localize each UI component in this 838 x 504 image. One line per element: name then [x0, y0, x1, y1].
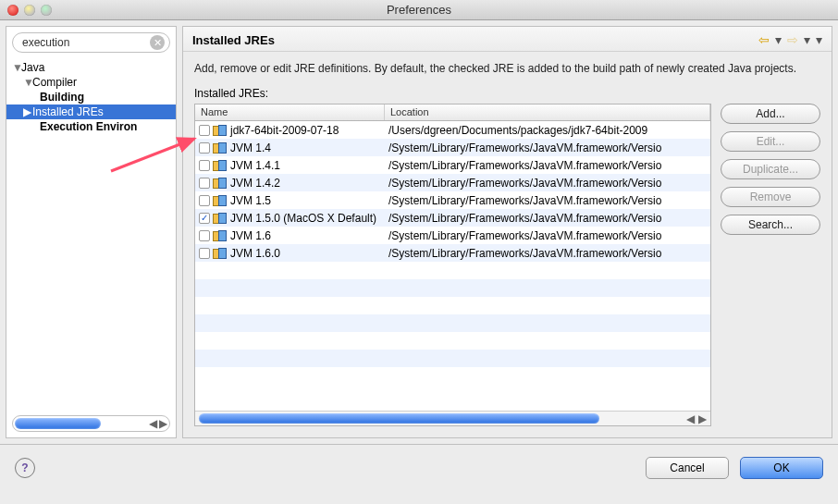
scrollbar-thumb[interactable] — [15, 418, 101, 429]
jre-icon — [213, 195, 228, 206]
jre-location: /System/Library/Frameworks/JavaVM.framew… — [385, 212, 710, 225]
table-row[interactable]: JVM 1.4/System/Library/Frameworks/JavaVM… — [195, 139, 710, 156]
jre-name: jdk7-64bit-2009-07-18 — [230, 124, 339, 137]
tree-label: Installed JREs — [32, 105, 104, 118]
table-row[interactable]: jdk7-64bit-2009-07-18/Users/dgreen/Docum… — [195, 121, 710, 139]
view-menu-icon[interactable]: ▾ — [816, 32, 822, 47]
table-row[interactable]: ✓JVM 1.5.0 (MacOS X Default)/System/Libr… — [195, 209, 710, 227]
tree-node-execution-environments[interactable]: Execution Environ — [6, 119, 176, 134]
remove-button[interactable]: Remove — [721, 187, 820, 207]
jre-icon — [213, 248, 228, 259]
nav-back-menu-icon[interactable]: ▾ — [775, 32, 782, 47]
edit-button[interactable]: Edit... — [721, 131, 820, 152]
tree-label: Java — [21, 61, 44, 74]
table-row[interactable]: JVM 1.6.0/System/Library/Frameworks/Java… — [195, 244, 710, 262]
jre-icon — [213, 160, 228, 171]
jre-location: /System/Library/Frameworks/JavaVM.framew… — [385, 229, 710, 242]
jre-checkbox[interactable] — [199, 160, 210, 171]
jre-name: JVM 1.4.2 — [230, 177, 280, 190]
preferences-sidebar: ✕ ▼Java ▼Compiler Building ▶Installed JR… — [6, 26, 177, 438]
table-row — [195, 332, 710, 350]
jre-checkbox[interactable] — [199, 248, 210, 259]
jre-name: JVM 1.5 — [230, 194, 271, 207]
scroll-left-icon[interactable]: ◀ — [149, 417, 157, 430]
jre-location: /Users/dgreen/Documents/packages/jdk7-64… — [385, 124, 710, 137]
tree-label: Building — [40, 91, 84, 104]
nav-back-icon[interactable]: ⇦ — [758, 32, 770, 47]
tree-node-compiler[interactable]: ▼Compiler — [6, 75, 176, 90]
table-row[interactable]: JVM 1.6/System/Library/Frameworks/JavaVM… — [195, 227, 710, 244]
scroll-left-icon[interactable]: ◀ — [686, 412, 695, 425]
jre-icon — [213, 230, 228, 241]
tree-label: Compiler — [32, 76, 77, 89]
jre-icon — [213, 178, 228, 189]
jre-checkbox[interactable] — [199, 230, 210, 241]
tree-node-installed-jres[interactable]: ▶Installed JREs — [6, 104, 176, 119]
page-description: Add, remove or edit JRE definitions. By … — [183, 52, 832, 87]
nav-forward-menu-icon[interactable]: ▾ — [804, 32, 810, 47]
jre-checkbox[interactable]: ✓ — [199, 213, 210, 224]
scrollbar-thumb[interactable] — [199, 413, 599, 424]
cancel-button[interactable]: Cancel — [646, 457, 729, 479]
help-icon[interactable]: ? — [15, 458, 35, 478]
add-button[interactable]: Add... — [721, 104, 820, 124]
table-row[interactable]: JVM 1.4.2/System/Library/Frameworks/Java… — [195, 174, 710, 191]
duplicate-button[interactable]: Duplicate... — [721, 159, 820, 179]
column-header-name[interactable]: Name — [195, 104, 385, 120]
jre-checkbox[interactable] — [199, 125, 210, 136]
table-row — [195, 262, 710, 279]
jre-name: JVM 1.6 — [230, 229, 271, 242]
jre-name: JVM 1.5.0 (MacOS X Default) — [230, 212, 376, 225]
preferences-tree: ▼Java ▼Compiler Building ▶Installed JREs… — [6, 58, 176, 412]
window-title: Preferences — [0, 3, 838, 17]
clear-search-icon[interactable]: ✕ — [150, 35, 165, 50]
table-row[interactable]: JVM 1.4.1/System/Library/Frameworks/Java… — [195, 156, 710, 174]
jre-location: /System/Library/Frameworks/JavaVM.framew… — [385, 247, 710, 260]
table-label: Installed JREs: — [194, 87, 711, 100]
jre-name: JVM 1.4.1 — [230, 159, 280, 172]
ok-button[interactable]: OK — [740, 457, 823, 479]
nav-forward-icon[interactable]: ⇨ — [787, 32, 798, 47]
tree-node-java[interactable]: ▼Java — [6, 60, 176, 75]
table-horizontal-scrollbar[interactable]: ◀▶ — [195, 411, 710, 425]
jre-checkbox[interactable] — [199, 178, 210, 189]
window-titlebar: Preferences — [0, 0, 838, 20]
scroll-right-icon[interactable]: ▶ — [159, 417, 167, 430]
table-row — [195, 367, 710, 385]
tree-label: Execution Environ — [40, 120, 137, 133]
table-row[interactable]: JVM 1.5/System/Library/Frameworks/JavaVM… — [195, 191, 710, 209]
table-row — [195, 350, 710, 367]
jre-checkbox[interactable] — [199, 195, 210, 206]
jre-icon — [213, 125, 228, 136]
jre-location: /System/Library/Frameworks/JavaVM.framew… — [385, 177, 710, 190]
main-panel: Installed JREs ⇦▾ ⇨▾ ▾ Add, remove or ed… — [182, 26, 832, 438]
jre-icon — [213, 142, 228, 154]
scroll-right-icon[interactable]: ▶ — [698, 412, 707, 425]
column-header-location[interactable]: Location — [385, 104, 710, 120]
table-row — [195, 314, 710, 332]
dialog-footer: ? Cancel OK — [0, 444, 838, 490]
table-row — [195, 279, 710, 297]
jre-icon — [213, 213, 228, 224]
page-title: Installed JREs — [192, 33, 275, 47]
table-row — [195, 297, 710, 314]
sidebar-horizontal-scrollbar[interactable]: ◀▶ — [12, 415, 170, 432]
jre-name: JVM 1.6.0 — [230, 247, 280, 260]
tree-node-building[interactable]: Building — [6, 90, 176, 104]
jre-name: JVM 1.4 — [230, 141, 271, 154]
jre-table: Name Location jdk7-64bit-2009-07-18/User… — [194, 104, 711, 426]
filter-search-input[interactable] — [12, 32, 170, 53]
jre-location: /System/Library/Frameworks/JavaVM.framew… — [385, 194, 710, 207]
jre-checkbox[interactable] — [199, 142, 210, 154]
search-button[interactable]: Search... — [721, 215, 820, 235]
jre-location: /System/Library/Frameworks/JavaVM.framew… — [385, 159, 710, 172]
jre-location: /System/Library/Frameworks/JavaVM.framew… — [385, 141, 710, 154]
